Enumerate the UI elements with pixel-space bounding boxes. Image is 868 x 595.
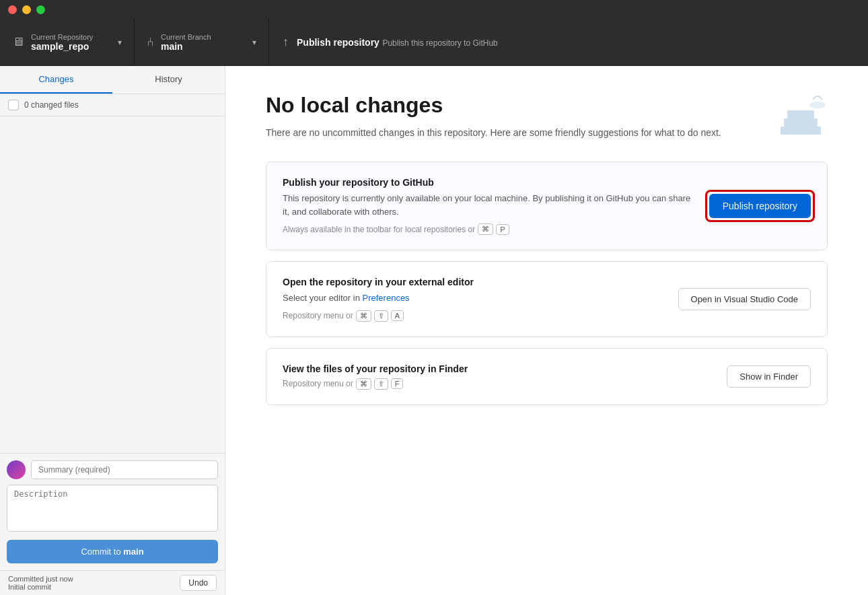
changed-files-count: 0 changed files [24, 100, 79, 110]
branch-label: Current Branch [161, 33, 211, 41]
illustration [767, 86, 834, 153]
editor-card-title: Open the repository in your external edi… [283, 277, 665, 287]
editor-card-desc: Select your editor in Preferences [283, 291, 665, 305]
tab-history[interactable]: History [112, 66, 225, 94]
toolbar: 🖥 Current Repository sample_repo ▾ ⑃ Cur… [0, 19, 868, 66]
close-button[interactable] [8, 5, 17, 14]
publish-card-text: Publish your repository to GitHub This r… [283, 177, 696, 235]
repo-text-group: Current Repository sample_repo [31, 33, 93, 52]
publish-card-hint: Always available in the toolbar for loca… [283, 223, 696, 235]
current-branch-section[interactable]: ⑃ Current Branch main ▾ [135, 19, 269, 65]
editor-kbd-shift: ⇧ [374, 310, 388, 322]
title-bar [0, 0, 868, 19]
repo-icon: 🖥 [12, 35, 24, 49]
publish-kbd-p: P [496, 224, 509, 235]
publish-label: Publish repository [297, 37, 379, 48]
editor-kbd-a: A [391, 310, 404, 321]
select-all-checkbox[interactable] [8, 100, 19, 110]
editor-kbd-cmd: ⌘ [356, 310, 371, 322]
undo-button[interactable]: Undo [180, 575, 217, 591]
editor-card-text: Open the repository in your external edi… [283, 277, 665, 322]
publish-card-inner: Publish your repository to GitHub This r… [283, 177, 811, 235]
svg-rect-1 [784, 118, 818, 127]
no-changes-title: No local changes [266, 93, 828, 118]
branch-text-group: Current Branch main [161, 33, 211, 52]
svg-point-3 [809, 102, 826, 108]
sidebar-footer: Committed just now Initial commit Undo [0, 570, 225, 595]
editor-card: Open the repository in your external edi… [266, 261, 828, 337]
finder-hint-text: Repository menu or [283, 379, 353, 388]
show-in-finder-button[interactable]: Show in Finder [727, 365, 811, 388]
editor-hint-text: Repository menu or [283, 311, 353, 320]
preferences-link[interactable]: Preferences [363, 293, 410, 303]
footer-timestamp: Committed just now [8, 575, 73, 583]
commit-summary-row [7, 460, 218, 479]
tab-changes[interactable]: Changes [0, 66, 112, 94]
branch-value: main [161, 41, 211, 52]
publish-text-group: Publish repository Publish this reposito… [297, 36, 498, 48]
branch-chevron-icon: ▾ [252, 38, 256, 47]
open-in-vscode-button[interactable]: Open in Visual Studio Code [678, 288, 811, 310]
footer-info: Committed just now Initial commit [8, 575, 73, 591]
sidebar: Changes History 0 changed files Commit t… [0, 66, 225, 595]
commit-area: Commit to main [0, 453, 225, 570]
finder-card-text: View the files of your repository in Fin… [283, 363, 713, 390]
publish-sublabel: Publish this repository to GitHub [382, 38, 497, 48]
editor-card-hint: Repository menu or ⌘ ⇧ A [283, 310, 665, 322]
footer-commit-message: Initial commit [8, 583, 73, 591]
summary-input[interactable] [31, 460, 218, 479]
current-repo-section[interactable]: 🖥 Current Repository sample_repo ▾ [0, 19, 135, 65]
finder-card-title: View the files of your repository in Fin… [283, 363, 713, 374]
description-textarea[interactable] [7, 485, 218, 532]
commit-avatar-icon [7, 460, 26, 479]
illustration-svg [767, 86, 834, 153]
changed-files-bar: 0 changed files [0, 94, 225, 116]
publish-card-desc: This repository is currently only availa… [283, 192, 696, 218]
finder-card: View the files of your repository in Fin… [266, 348, 828, 405]
publish-kbd-cmd: ⌘ [478, 223, 493, 235]
repo-chevron-icon: ▾ [118, 38, 122, 47]
publish-btn-wrapper: Publish repository [709, 194, 811, 218]
toolbar-publish-section[interactable]: ↑ Publish repository Publish this reposi… [269, 19, 868, 65]
publish-hint-text: Always available in the toolbar for loca… [283, 225, 475, 234]
svg-rect-2 [787, 110, 814, 118]
maximize-button[interactable] [36, 5, 45, 14]
publish-repository-button[interactable]: Publish repository [709, 194, 811, 218]
main-content: No local changes There are no uncommitte… [225, 66, 868, 595]
editor-desc-prefix: Select your editor in [283, 293, 363, 303]
repo-label: Current Repository [31, 33, 93, 41]
no-changes-description: There are no uncommitted changes in this… [266, 126, 723, 140]
sidebar-tabs: Changes History [0, 66, 225, 94]
svg-rect-0 [781, 127, 821, 135]
publish-card-title: Publish your repository to GitHub [283, 177, 696, 188]
publish-card: Publish your repository to GitHub This r… [266, 162, 828, 250]
repo-value: sample_repo [31, 41, 93, 52]
finder-kbd-f: F [391, 378, 404, 389]
main-area: Changes History 0 changed files Commit t… [0, 66, 868, 595]
minimize-button[interactable] [22, 5, 31, 14]
publish-icon: ↑ [283, 35, 289, 49]
finder-card-hint: Repository menu or ⌘ ⇧ F [283, 378, 713, 390]
commit-description-area [7, 485, 218, 540]
finder-kbd-cmd: ⌘ [356, 378, 371, 390]
file-list [0, 116, 225, 453]
commit-button[interactable]: Commit to main [7, 540, 218, 563]
branch-icon: ⑃ [147, 35, 154, 49]
finder-kbd-shift: ⇧ [374, 378, 388, 390]
